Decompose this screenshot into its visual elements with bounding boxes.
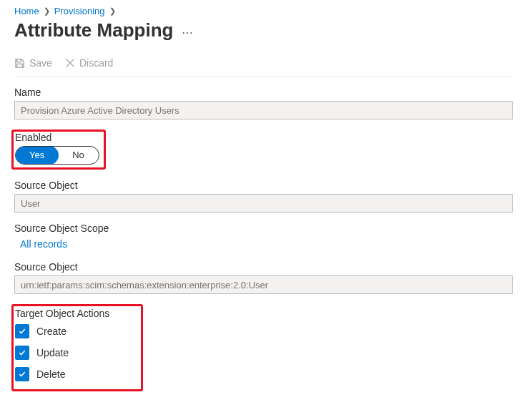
enabled-label: Enabled [15,132,99,143]
checkbox-update[interactable] [15,346,29,360]
field-target-actions: Target Object Actions Create Update Dele… [14,304,513,391]
save-label: Save [29,57,52,69]
checkbox-delete-row[interactable]: Delete [15,363,137,385]
checkbox-update-label: Update [36,347,69,358]
discard-label: Discard [79,57,113,69]
checkbox-create-row[interactable]: Create [15,321,137,342]
field-name: Name [14,87,513,119]
source-object-label: Source Object [14,180,513,191]
close-icon [65,58,75,68]
name-input [14,101,513,119]
checkbox-create[interactable] [15,324,29,338]
discard-button[interactable]: Discard [65,57,113,69]
page-header: Attribute Mapping ⋯ [14,19,513,41]
page-title: Attribute Mapping [14,19,173,41]
toolbar: Save Discard [14,54,513,77]
highlight-target-actions: Target Object Actions Create Update Dele… [11,304,143,391]
enabled-toggle[interactable]: Yes No [15,146,99,165]
field-enabled: Enabled Yes No [14,130,513,170]
chevron-right-icon: ❯ [44,6,50,16]
source-object-scope-link[interactable]: All records [14,237,513,251]
name-label: Name [14,87,513,98]
checkbox-create-label: Create [36,326,67,337]
source-object-scope-label: Source Object Scope [14,223,513,234]
breadcrumb-home[interactable]: Home [14,6,39,16]
checkbox-delete[interactable] [15,367,29,381]
breadcrumb-provisioning[interactable]: Provisioning [54,6,105,16]
checkbox-update-row[interactable]: Update [15,342,137,363]
highlight-enabled: Enabled Yes No [11,130,106,170]
target-actions-label: Target Object Actions [15,308,137,319]
enabled-no-option[interactable]: No [58,147,99,164]
field-target-schema: Source Object [14,261,513,294]
save-button[interactable]: Save [14,57,52,69]
more-actions-button[interactable]: ⋯ [182,23,194,39]
breadcrumb: Home ❯ Provisioning ❯ [14,6,513,16]
chevron-right-icon: ❯ [109,6,116,16]
checkbox-delete-label: Delete [36,368,65,380]
target-schema-input [14,275,513,294]
field-source-object-scope: Source Object Scope All records [14,223,513,251]
save-icon [14,58,25,69]
field-source-object: Source Object [14,180,513,213]
target-schema-label: Source Object [14,261,513,273]
enabled-yes-option[interactable]: Yes [15,146,59,165]
source-object-input [14,194,513,213]
